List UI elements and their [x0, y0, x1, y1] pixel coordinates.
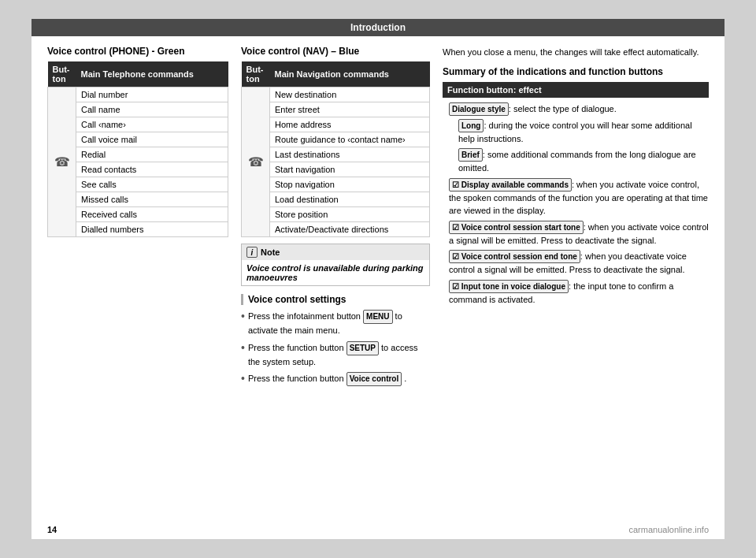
- right-items: Dialogue style: select the type of dialo…: [443, 102, 709, 307]
- table-row: Start navigation: [242, 162, 430, 177]
- phone-commands-table: But-ton Main Telephone commands ☎Dial nu…: [47, 61, 228, 237]
- header-title: Introduction: [350, 22, 406, 33]
- summary-title: Summary of the indications and function …: [443, 66, 709, 77]
- function-tag: ☑ Display available commands: [449, 178, 572, 192]
- phone-cmd-cell: Call ‹name›: [76, 117, 228, 132]
- list-item: Long: during the voice control you will …: [458, 119, 709, 146]
- list-item: ☑ Voice control session end tone: when y…: [449, 250, 709, 277]
- nav-phone-icon: ☎: [248, 155, 264, 169]
- table-row: Activate/Deactivate directions: [242, 222, 430, 237]
- note-label: Note: [261, 247, 280, 257]
- nav-col1-header: But-ton: [242, 61, 270, 87]
- list-item: ☑ Voice control session start tone: when…: [449, 221, 709, 247]
- list-item: •Press the infotainment button MENU to a…: [241, 310, 430, 338]
- phone-cmd-cell: Received calls: [76, 207, 228, 222]
- phone-cmd-cell: Redial: [76, 147, 228, 162]
- function-tag: ☑ Input tone in voice dialogue: [449, 280, 569, 293]
- bullet-dot: •: [241, 372, 245, 386]
- nav-cmd-cell: Enter street: [270, 102, 430, 117]
- bullet-dot: •: [241, 310, 245, 338]
- nav-cmd-cell: Last destinations: [270, 147, 430, 162]
- note-icon: i: [246, 247, 258, 258]
- phone-icon-cell: ☎: [48, 87, 76, 237]
- function-desc: : during the voice control you will hear…: [458, 121, 692, 143]
- table-row: Route guidance to ‹contact name›: [242, 132, 430, 147]
- table-row: ☎New destination: [242, 87, 430, 102]
- nav-col2-header: Main Navigation commands: [270, 61, 430, 87]
- table-row: Store position: [242, 207, 430, 222]
- list-item: ☑ Input tone in voice dialogue: the inpu…: [449, 280, 709, 307]
- nav-cmd-cell: Route guidance to ‹contact name›: [270, 132, 430, 147]
- list-item: •Press the function button SETUP to acce…: [241, 341, 430, 370]
- phone-cmd-cell: Read contacts: [76, 162, 228, 177]
- header-bar: Introduction: [32, 19, 724, 36]
- nav-cmd-cell: Load destination: [270, 192, 430, 207]
- list-item: •Press the function button Voice control…: [241, 372, 430, 386]
- table-row: Enter street: [242, 102, 430, 117]
- nav-cmd-cell: Home address: [270, 117, 430, 132]
- phone-cmd-cell: Dialled numbers: [76, 222, 228, 237]
- page: Introduction Voice control (PHONE) - Gre…: [32, 19, 724, 539]
- page-number: 14: [47, 525, 57, 534]
- inline-button: SETUP: [346, 341, 379, 355]
- function-desc: : select the type of dialogue.: [509, 104, 617, 113]
- list-item: Dialogue style: select the type of dialo…: [449, 102, 709, 116]
- nav-cmd-cell: Stop navigation: [270, 177, 430, 192]
- voice-settings-title: Voice control settings: [241, 294, 430, 305]
- bullet-text: Press the function button Voice control …: [248, 372, 406, 386]
- note-body: Voice control is unavailable during park…: [242, 260, 429, 285]
- phone-cmd-cell: Missed calls: [76, 192, 228, 207]
- nav-cmd-cell: Activate/Deactivate directions: [270, 222, 430, 237]
- phone-cmd-cell: Call name: [76, 102, 228, 117]
- list-item: Brief: some additional commands from the…: [458, 148, 709, 175]
- function-tag: Long: [458, 119, 484, 132]
- nav-cmd-cell: Store position: [270, 207, 430, 222]
- bullet-list: •Press the infotainment button MENU to a…: [241, 310, 430, 386]
- nav-cmd-cell: Start navigation: [270, 162, 430, 177]
- right-column: When you close a menu, the changes will …: [443, 46, 709, 389]
- function-desc: : some additional commands from the long…: [458, 150, 696, 173]
- list-item: ☑ Display available commands: when you a…: [449, 178, 709, 218]
- intro-text: When you close a menu, the changes will …: [443, 46, 709, 60]
- function-tag: ☑ Voice control session end tone: [449, 250, 580, 263]
- voice-settings-section: Voice control settings •Press the infota…: [241, 294, 430, 386]
- nav-icon-cell: ☎: [242, 87, 270, 237]
- function-tag: ☑ Voice control session start tone: [449, 221, 584, 234]
- bullet-text: Press the infotainment button MENU to ac…: [248, 310, 430, 338]
- function-tag: Dialogue style: [449, 102, 509, 116]
- nav-commands-table: But-ton Main Navigation commands ☎New de…: [241, 61, 430, 237]
- left-section-title: Voice control (PHONE) - Green: [47, 46, 228, 57]
- note-box: i Note Voice control is unavailable duri…: [241, 244, 430, 286]
- nav-cmd-cell: New destination: [270, 87, 430, 102]
- phone-col1-header: But-ton: [48, 61, 76, 87]
- watermark: carmanualonline.info: [628, 525, 709, 534]
- middle-section-title: Voice control (NAV) – Blue: [241, 46, 430, 57]
- bullet-dot: •: [241, 341, 245, 370]
- inline-button: Voice control: [346, 372, 402, 386]
- phone-col2-header: Main Telephone commands: [76, 61, 228, 87]
- middle-column: Voice control (NAV) – Blue But-ton Main …: [241, 46, 430, 389]
- table-row: Load destination: [242, 192, 430, 207]
- inline-button: MENU: [363, 310, 392, 324]
- note-title-bar: i Note: [242, 244, 429, 260]
- function-tag: Brief: [458, 148, 483, 162]
- phone-cmd-cell: Dial number: [76, 87, 228, 102]
- function-bar: Function button: effect: [443, 82, 709, 98]
- table-row: Home address: [242, 117, 430, 132]
- left-column: Voice control (PHONE) - Green But-ton Ma…: [47, 46, 228, 389]
- table-row: ☎Dial number: [48, 87, 228, 102]
- bullet-text: Press the function button SETUP to acces…: [248, 341, 430, 370]
- phone-icon: ☎: [54, 155, 70, 169]
- table-row: Stop navigation: [242, 177, 430, 192]
- phone-cmd-cell: See calls: [76, 177, 228, 192]
- phone-cmd-cell: Call voice mail: [76, 132, 228, 147]
- main-content: Voice control (PHONE) - Green But-ton Ma…: [32, 46, 724, 405]
- table-row: Last destinations: [242, 147, 430, 162]
